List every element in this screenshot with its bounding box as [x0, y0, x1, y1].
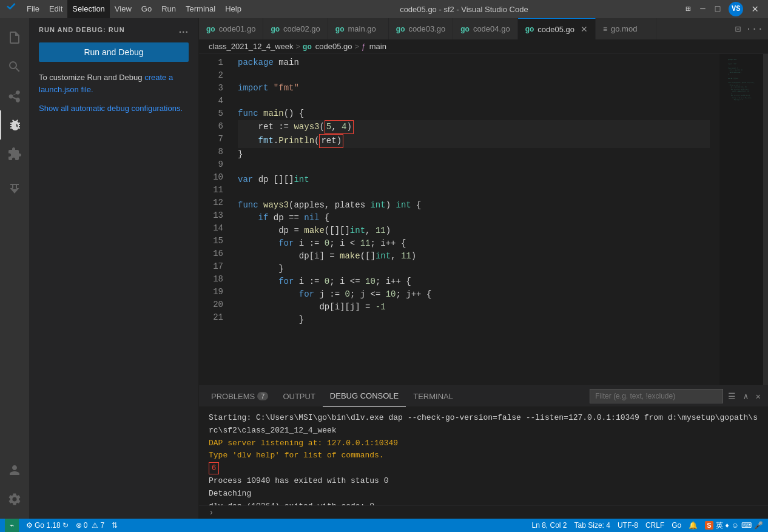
go-file-icon: go [460, 25, 470, 33]
sidebar-title: RUN AND DEBUG: RUN [39, 26, 125, 33]
menu-view[interactable]: View [110, 0, 136, 18]
status-right: Ln 8, Col 2 Tab Size: 4 UTF-8 CRLF Go 🔔 … [531, 520, 763, 531]
menu-selection[interactable]: Selection [67, 0, 109, 18]
errors-count: 0 [84, 521, 88, 530]
run-debug-button[interactable]: Run and Debug [39, 42, 189, 62]
line-numbers: 12345 678910 1112131415 1617181920 21 [199, 54, 228, 385]
encoding-status[interactable]: UTF-8 [618, 521, 638, 530]
tab-code02[interactable]: go code02.go [263, 18, 328, 39]
encoding-label: UTF-8 [618, 521, 638, 530]
code-line-1: package main [238, 56, 710, 69]
menu-help[interactable]: Help [220, 0, 246, 18]
activity-git-icon[interactable] [0, 81, 29, 110]
menu-terminal[interactable]: Terminal [181, 0, 220, 18]
code-editor[interactable]: package main import "fmt" func main() { … [228, 54, 719, 385]
maximize-button[interactable]: □ [712, 0, 724, 18]
language-label: Go [672, 521, 681, 530]
account-avatar[interactable]: VS [729, 2, 743, 16]
output-tab-label: OUTPUT [283, 392, 315, 401]
notifications-icon[interactable]: 🔔 [689, 521, 698, 530]
show-all-debug-link[interactable]: Show all automatic debug configurations. [39, 104, 183, 113]
breadcrumb-folder[interactable]: class_2021_12_4_week [209, 42, 294, 51]
menu-go[interactable]: Go [136, 0, 157, 18]
code-line-4 [238, 95, 710, 107]
language-status[interactable]: Go [672, 521, 681, 530]
go-file-icon: go [396, 25, 405, 33]
tab-main[interactable]: go main.go [328, 18, 389, 39]
code-line-17: } [238, 263, 710, 275]
panel-input-icon[interactable]: › [209, 508, 214, 517]
sougou-input-bar[interactable]: S 英 ♦ ☺ ⌨ 🎤 [705, 520, 763, 531]
tab-gomod[interactable]: ≡ go.mod [596, 18, 656, 39]
tab-code01[interactable]: go code01.go [199, 18, 263, 39]
editor-content: 12345 678910 1112131415 1617181920 21 pa… [199, 54, 768, 385]
activity-debug-icon[interactable] [0, 110, 29, 140]
show-all-debug-section: Show all automatic debug configurations. [29, 100, 198, 120]
minimize-button[interactable]: ─ [696, 0, 709, 18]
activity-account-icon[interactable] [0, 456, 29, 485]
tab-code05[interactable]: go code05.go ✕ [518, 18, 596, 39]
activity-bar-bottom [0, 456, 29, 514]
activity-search-icon[interactable] [0, 52, 29, 81]
sidebar-more-button[interactable]: ... [179, 24, 189, 35]
collapse-panel-icon[interactable]: ∧ [741, 390, 750, 403]
minimap: package main import "fmt" func main() { … [719, 54, 768, 385]
code-line-18: for i := 0; i <= 10; i++ { [238, 275, 710, 288]
debug-console-tab-label: DEBUG CONSOLE [330, 391, 399, 400]
console-line-1: Starting: C:\Users\MSI\go\bin\dlv.exe da… [209, 412, 758, 437]
panel-tab-debug-console[interactable]: DEBUG CONSOLE [323, 386, 406, 407]
activity-settings-icon[interactable] [0, 485, 29, 514]
breadcrumb-sep2: > [355, 42, 360, 51]
tab-label-code04: code04.go [473, 24, 510, 33]
breadcrumb-func[interactable]: main [369, 42, 386, 51]
filter-list-icon[interactable]: ☰ [726, 390, 738, 403]
go-file-icon: go [525, 25, 534, 33]
breadcrumb-file[interactable]: code05.go [315, 42, 352, 51]
editor-area: go code01.go go code02.go go main.go go … [199, 18, 768, 519]
code-line-2 [238, 69, 710, 82]
cursor-position[interactable]: Ln 8, Col 2 [531, 521, 567, 530]
code-line-7: fmt.Println(ret) [238, 134, 710, 148]
window-controls: ⊞ ─ □ VS ✕ [682, 0, 762, 18]
menu-run[interactable]: Run [157, 0, 181, 18]
tab-close-code05[interactable]: ✕ [581, 24, 588, 34]
tab-code03[interactable]: go code03.go [389, 18, 453, 39]
panel-filter-input[interactable] [590, 389, 723, 403]
code-line-20: dp[i][j] = -1 [238, 301, 710, 314]
panel-tab-terminal[interactable]: TERMINAL [406, 386, 460, 407]
remote-indicator[interactable]: ⌁ [5, 519, 19, 532]
panel-tab-problems[interactable]: PROBLEMS 7 [204, 386, 275, 407]
code-line-9 [238, 161, 710, 173]
layout-toggle-icon[interactable]: ⊞ [682, 0, 694, 18]
more-actions-icon[interactable]: ··· [746, 24, 763, 35]
title-bar: File Edit Selection View Go Run Terminal… [0, 0, 768, 18]
branch-status[interactable]: ⚙ Go 1.18 ↻ [26, 521, 69, 530]
tab-code04[interactable]: go code04.go [453, 18, 517, 39]
code-line-19: for j := 0; j <= 10; j++ { [238, 288, 710, 301]
panel-tab-output[interactable]: OUTPUT [275, 386, 322, 407]
activity-extensions-icon[interactable] [0, 140, 29, 169]
sync-arrows-icon: ⇅ [112, 521, 118, 530]
sync-status[interactable]: ⇅ [112, 521, 118, 530]
sougou-icon2: ☺ [732, 521, 739, 530]
errors-status[interactable]: ⊗ 0 ⚠ 7 [76, 521, 104, 530]
activity-testing-icon[interactable] [0, 173, 29, 203]
activity-explorer-icon[interactable] [0, 23, 29, 52]
tab-size-status[interactable]: Tab Size: 4 [574, 521, 610, 530]
line-ending-status[interactable]: CRLF [645, 521, 664, 530]
main-container: RUN AND DEBUG: RUN ... Run and Debug To … [0, 18, 768, 519]
tab-label-gomod: go.mod [611, 24, 637, 33]
menu-file[interactable]: File [22, 0, 44, 18]
position-label: Ln 8, Col 2 [531, 521, 567, 530]
menu-edit[interactable]: Edit [44, 0, 67, 18]
problems-tab-label: PROBLEMS [211, 392, 255, 401]
split-editor-icon[interactable]: ⊡ [735, 23, 741, 35]
title-bar-left: File Edit Selection View Go Run Terminal… [6, 0, 246, 18]
close-panel-icon[interactable]: ✕ [753, 390, 763, 403]
go-version-icon: ⚙ [26, 521, 33, 530]
close-button[interactable]: ✕ [748, 0, 762, 18]
go-file-icon: go [271, 25, 280, 33]
window-title: code05.go - sf2 - Visual Studio Code [400, 5, 528, 14]
code-line-14: dp = make([][]int, 11) [238, 224, 710, 237]
tabs-bar: go code01.go go code02.go go main.go go … [199, 18, 768, 39]
